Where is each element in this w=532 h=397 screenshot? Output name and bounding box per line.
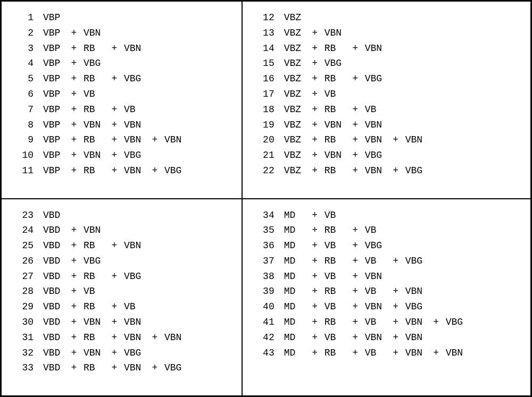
pos-tag: VBZ xyxy=(284,41,305,56)
plus-sep: + xyxy=(108,238,121,254)
pos-tag: VBP xyxy=(43,26,64,41)
pos-tag: VBN xyxy=(405,330,427,345)
row-number: 27 xyxy=(12,269,34,284)
plus-sep: + xyxy=(389,330,402,345)
plus-sep: + xyxy=(309,117,321,133)
pos-tag: VBN xyxy=(325,26,346,41)
pos-tag: VBZ xyxy=(284,117,305,133)
pattern-row: 13VBZ+VBN xyxy=(253,26,525,41)
pattern-row: 40MD+VB+VBN+VBG xyxy=(253,299,525,315)
row-number: 37 xyxy=(253,254,275,269)
row-number: 43 xyxy=(253,345,275,361)
pos-tag: VBZ xyxy=(284,56,305,71)
row-number: 18 xyxy=(253,102,275,117)
pos-tag: VBN xyxy=(365,163,386,179)
pos-tag: VBN xyxy=(84,117,105,133)
plus-sep: + xyxy=(389,345,402,361)
plus-sep: + xyxy=(68,71,80,87)
pattern-row: 38MD+VB+VBN xyxy=(253,269,525,284)
pattern-row: 21VBZ+VBN+VBG xyxy=(253,148,525,163)
pos-tag: VBP xyxy=(43,117,64,133)
pos-tag: VBG xyxy=(365,71,386,87)
pos-tag: RB xyxy=(84,269,105,284)
plus-sep: + xyxy=(68,148,80,163)
pattern-row: 1VBP xyxy=(12,10,236,26)
pos-tag: VBP xyxy=(43,71,64,87)
pos-tag: VBN xyxy=(124,41,145,56)
pos-tag: VBD xyxy=(43,269,64,284)
row-number: 7 xyxy=(12,102,34,117)
pos-tag: RB xyxy=(84,163,105,179)
row-number: 22 xyxy=(253,163,275,179)
pos-tag: MD xyxy=(284,330,305,345)
pattern-row: 29VBD+RB+VB xyxy=(12,299,236,315)
pos-tag: RB xyxy=(84,132,105,148)
plus-sep: + xyxy=(349,41,362,56)
pos-tag: RB xyxy=(325,315,346,330)
pos-tag: RB xyxy=(84,330,105,345)
pattern-row: 36MD+VB+VBG xyxy=(253,238,525,254)
pos-tag: RB xyxy=(84,299,105,315)
pos-tag: VBN xyxy=(365,299,386,315)
pos-tag: VBG xyxy=(84,254,105,269)
plus-sep: + xyxy=(309,269,321,284)
pattern-row: 24VBD+VBN xyxy=(12,223,236,238)
plus-sep: + xyxy=(309,238,321,254)
pos-tag: VBN xyxy=(405,132,427,148)
plus-sep: + xyxy=(309,71,321,87)
plus-sep: + xyxy=(68,269,80,284)
row-number: 13 xyxy=(253,26,275,41)
pos-tag: VB xyxy=(365,284,386,299)
pos-tag: VBG xyxy=(325,56,346,71)
pos-tag: VBN xyxy=(124,330,145,345)
pos-tag: VBG xyxy=(164,163,186,179)
plus-sep: + xyxy=(148,360,161,376)
pos-tag: VBZ xyxy=(284,148,305,163)
pattern-row: 20VBZ+RB+VBN+VBN xyxy=(253,132,525,148)
plus-sep: + xyxy=(349,254,362,269)
plus-sep: + xyxy=(68,102,80,117)
pos-tag: VBN xyxy=(365,41,386,56)
pos-tag: VBG xyxy=(84,56,105,71)
plus-sep: + xyxy=(68,117,80,133)
plus-sep: + xyxy=(309,26,321,41)
row-number: 11 xyxy=(12,163,34,179)
pos-tag: RB xyxy=(325,71,346,87)
pattern-row: 27VBD+RB+VBG xyxy=(12,269,236,284)
row-number: 23 xyxy=(12,208,34,223)
quadrant-bottom-left: 23VBD24VBD+VBN25VBD+RB+VBN26VBD+VBG27VBD… xyxy=(1,199,242,396)
pattern-table: 1VBP2VBP+VBN3VBP+RB+VBN4VBP+VBG5VBP+RB+V… xyxy=(0,0,532,397)
pos-tag: VBZ xyxy=(284,102,305,117)
plus-sep: + xyxy=(148,330,161,345)
pattern-row: 5VBP+RB+VBG xyxy=(12,71,236,87)
pos-tag: RB xyxy=(84,102,105,117)
row-number: 29 xyxy=(12,299,34,315)
pos-tag: RB xyxy=(84,360,105,376)
plus-sep: + xyxy=(68,223,80,238)
row-number: 20 xyxy=(253,132,275,148)
plus-sep: + xyxy=(349,299,362,315)
pattern-row: 11VBP+RB+VBN+VBG xyxy=(12,163,236,179)
pos-tag: VBN xyxy=(365,269,386,284)
plus-sep: + xyxy=(309,299,321,315)
pos-tag: VBZ xyxy=(284,87,305,102)
row-number: 40 xyxy=(253,299,275,315)
pos-tag: VBN xyxy=(405,315,427,330)
row-number: 14 xyxy=(253,41,275,56)
plus-sep: + xyxy=(349,269,362,284)
pos-tag: VBP xyxy=(43,10,64,26)
plus-sep: + xyxy=(108,132,121,148)
pos-tag: VBG xyxy=(405,163,427,179)
pos-tag: VBG xyxy=(446,315,467,330)
pos-tag: VBD xyxy=(43,238,64,254)
pos-tag: RB xyxy=(84,41,105,56)
pattern-row: 19VBZ+VBN+VBN xyxy=(253,117,525,133)
plus-sep: + xyxy=(108,360,121,376)
pattern-row: 22VBZ+RB+VBN+VBG xyxy=(253,163,525,179)
pattern-row: 14VBZ+RB+VBN xyxy=(253,41,525,56)
plus-sep: + xyxy=(68,299,80,315)
row-number: 30 xyxy=(12,315,34,330)
plus-sep: + xyxy=(309,315,321,330)
pos-tag: VB xyxy=(365,345,386,361)
pos-tag: MD xyxy=(284,345,305,361)
